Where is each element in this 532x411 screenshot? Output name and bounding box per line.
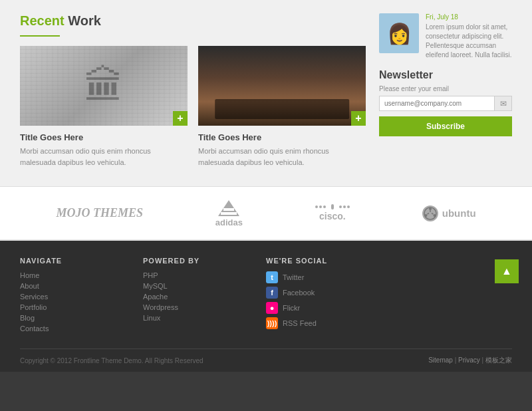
svg-point-6 (424, 214, 427, 217)
blog-post-content: Fri, July 18 Lorem ipsum dolor sit amet,… (426, 13, 512, 60)
svg-line-9 (427, 213, 429, 214)
footer-powered-col: POWERED BY PHP MySQL Apache Wordpress Li… (143, 257, 266, 335)
sitemap-link[interactable]: Sitemap (428, 356, 453, 364)
main-content: Recent Work + Title Goes Here Morbi accu… (0, 0, 532, 186)
work-item-1: + Title Goes Here Morbi accumsan odio qu… (20, 46, 188, 168)
plus-button-2[interactable]: + (351, 111, 366, 126)
recent-work-section: Recent Work + Title Goes Here Morbi accu… (20, 13, 366, 173)
footer-powered-title: POWERED BY (143, 257, 266, 265)
work-image-1[interactable]: + (20, 46, 188, 126)
flickr-label: Flickr (283, 304, 300, 312)
privacy-link[interactable]: Privacy (458, 356, 480, 364)
twitter-label: Twitter (283, 273, 304, 281)
newsletter-label: Please enter your email (379, 85, 512, 92)
social-facebook[interactable]: f Facebook (266, 287, 389, 299)
footer-link-home[interactable]: Home (20, 271, 143, 279)
blog-text: Lorem ipsum dolor sit amet, consectetur … (426, 23, 512, 60)
work-item-desc-1: Morbi accumsan odio quis enim rhoncus ma… (20, 146, 188, 168)
footer-columns: NAVIGATE Home About Services Portfolio B… (20, 257, 512, 335)
footer: NAVIGATE Home About Services Portfolio B… (0, 241, 532, 372)
email-icon: ✉ (494, 96, 511, 110)
partner-mojo: MOJO THEMES (56, 206, 143, 220)
work-item-title-2: Title Goes Here (198, 132, 366, 142)
footer-link-apache[interactable]: Apache (143, 293, 266, 301)
footer-link-services[interactable]: Services (20, 293, 143, 301)
subscribe-button[interactable]: Subscribe (379, 116, 512, 136)
work-image-2[interactable]: + (198, 46, 366, 126)
social-flickr[interactable]: ● Flickr (266, 302, 389, 314)
partner-cisco: cisco. (315, 206, 350, 221)
svg-point-5 (433, 214, 436, 217)
footer-link-php[interactable]: PHP (143, 271, 266, 279)
blog-post: 👩 Fri, July 18 Lorem ipsum dolor sit ame… (379, 13, 512, 60)
section-title: Recent Work (20, 13, 366, 29)
facebook-icon: f (266, 287, 278, 299)
footer-nav-title: NAVIGATE (20, 257, 143, 265)
footer-social-title: WE'RE SOCIAL (266, 257, 389, 265)
email-input[interactable] (380, 96, 494, 110)
facebook-label: Facebook (283, 289, 315, 297)
work-item-desc-2: Morbi accumsan odio quis enim rhoncus ma… (198, 146, 366, 168)
footer-link-contacts[interactable]: Contacts (20, 325, 143, 333)
rss-icon: )))) (266, 317, 278, 329)
copyright: Copyright © 2012 Frontline Theme Demo. A… (20, 357, 203, 364)
scroll-top-button[interactable]: ▲ (495, 259, 519, 283)
title-underline (20, 35, 60, 37)
footer-link-portfolio[interactable]: Portfolio (20, 303, 143, 311)
template-link[interactable]: 模板之家 (485, 356, 512, 364)
footer-link-about[interactable]: About (20, 282, 143, 290)
rss-label: RSS Feed (283, 319, 317, 327)
work-items-container: + Title Goes Here Morbi accumsan odio qu… (20, 46, 366, 168)
footer-nav-col: NAVIGATE Home About Services Portfolio B… (20, 257, 143, 335)
footer-empty-col (389, 257, 512, 335)
blog-date: Fri, July 18 (426, 13, 512, 21)
work-item-title-1: Title Goes Here (20, 132, 188, 142)
footer-link-blog[interactable]: Blog (20, 314, 143, 322)
plus-button-1[interactable]: + (173, 111, 188, 126)
footer-right-links: Sitemap | Privacy | 模板之家 (428, 356, 512, 365)
partners-bar: MOJO THEMES adidas (0, 186, 532, 239)
footer-bottom: Copyright © 2012 Frontline Theme Demo. A… (20, 348, 512, 365)
newsletter-title: Newsletter (379, 69, 512, 81)
social-rss[interactable]: )))) RSS Feed (266, 317, 389, 329)
social-twitter[interactable]: t Twitter (266, 271, 389, 283)
svg-point-4 (429, 207, 432, 210)
avatar: 👩 (379, 13, 419, 53)
footer-link-linux[interactable]: Linux (143, 314, 266, 322)
svg-line-8 (432, 213, 434, 214)
partner-adidas: adidas (215, 199, 243, 227)
footer-link-mysql[interactable]: MySQL (143, 282, 266, 290)
right-sidebar: 👩 Fri, July 18 Lorem ipsum dolor sit ame… (379, 13, 512, 173)
work-item-2: + Title Goes Here Morbi accumsan odio qu… (198, 46, 366, 168)
email-input-wrap: ✉ (379, 96, 512, 111)
flickr-icon: ● (266, 302, 278, 314)
partner-ubuntu: ubuntu (422, 206, 476, 221)
footer-social-col: WE'RE SOCIAL t Twitter f Facebook ● Flic… (266, 257, 389, 335)
twitter-icon: t (266, 271, 278, 283)
ubuntu-circle-icon (422, 206, 438, 221)
footer-link-wordpress[interactable]: Wordpress (143, 303, 266, 311)
